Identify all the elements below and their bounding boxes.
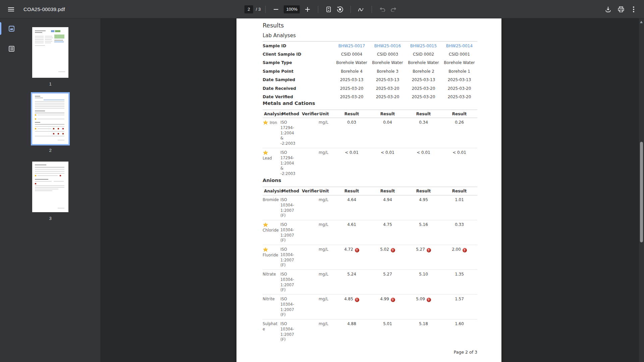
info-row: Date Verified 2025-03-20 2025-03-20 2025… [263, 93, 477, 101]
star-icon [263, 120, 268, 125]
info-cell: Borehole Water [406, 60, 441, 65]
undo-arrow-icon [379, 7, 385, 12]
result-cell: 2.00 [441, 247, 477, 269]
result-cell: 4.72 [334, 247, 370, 269]
info-cell: Borehole Water [370, 60, 406, 65]
warning-icon [427, 298, 431, 302]
thumbnail-label-1: 1 [49, 81, 51, 86]
download-tray-icon [605, 6, 611, 12]
rotate-button[interactable] [334, 4, 346, 15]
result-cell: 4.75 [370, 222, 406, 245]
download-button[interactable] [602, 4, 614, 15]
result-cell: 4.99 [370, 297, 406, 319]
info-cell: 2025-03-20 [334, 95, 370, 99]
result-cell: < 0.01 [370, 150, 406, 178]
col-verifier: Verifier [301, 189, 318, 193]
result-cell: 0.34 [406, 120, 441, 148]
toolbar-separator [372, 6, 372, 13]
result-cell: 1.60 [441, 321, 477, 344]
toolbar-separator [265, 6, 266, 13]
info-row-label: Client Sample ID [263, 52, 334, 57]
rotate-counterclockwise-icon [337, 6, 343, 13]
analysis-row: Fluoride ISO 10304-1:2007 (F) mg/L 4.72 … [263, 245, 477, 270]
result-cell: < 0.01 [441, 150, 477, 178]
redo-button[interactable] [388, 4, 399, 15]
info-row: Date Sampled 2025-03-13 2025-03-13 2025-… [263, 76, 477, 84]
more-options-button[interactable] [628, 4, 639, 15]
hamburger-menu-icon [8, 7, 14, 12]
info-cell: Borehole 4 [334, 69, 370, 74]
fit-to-page-icon [326, 6, 331, 12]
star-icon [263, 150, 268, 155]
result-cell: 4.64 [334, 197, 370, 220]
zoom-in-button[interactable] [302, 4, 313, 15]
result-cell: 1.01 [441, 197, 477, 220]
result-cell: 5.18 [406, 321, 441, 344]
sample-id-link[interactable]: BHW25-0015 [406, 44, 441, 48]
analysis-row: Iron ISO 17294-1:2004 & -2:2003 mg/L 0.0… [263, 118, 477, 148]
analysis-row: Bromide ISO 10304-1:2007 (F) mg/L 4.64 4… [263, 195, 477, 220]
page-count-label: / 3 [256, 7, 261, 12]
result-cell: 5.27 [406, 247, 441, 269]
col-result: Result [406, 112, 441, 116]
col-result: Result [441, 112, 477, 116]
pdf-page: Results Lab Analyses Sample ID BHW25-001… [236, 18, 501, 362]
unit-cell: mg/L [318, 247, 334, 269]
unit-cell: mg/L [318, 197, 334, 220]
verifier-cell [301, 297, 318, 319]
sample-id-link[interactable]: BHW25-0016 [370, 44, 406, 48]
sample-id-link[interactable]: BHW25-0017 [334, 44, 370, 48]
undo-button[interactable] [377, 4, 388, 15]
method-cell: ISO 10304-1:2007 (F) [280, 321, 301, 344]
analysis-row: Chloride ISO 10304-1:2007 (F) mg/L 4.61 … [263, 220, 477, 245]
page-number-input[interactable]: 2 [245, 5, 253, 13]
thumbnail-page-2[interactable] [32, 94, 68, 144]
scrollbar-track[interactable] [639, 18, 644, 362]
info-row: Date Received 2025-03-20 2025-03-20 2025… [263, 84, 477, 93]
annotate-button[interactable] [356, 4, 367, 15]
redo-arrow-icon [391, 7, 397, 12]
col-result: Result [334, 112, 370, 116]
result-cell: 5.10 [406, 272, 441, 294]
result-cell: 4.94 [370, 197, 406, 220]
plus-icon [305, 7, 310, 12]
star-icon [263, 222, 268, 227]
unit-cell: mg/L [318, 321, 334, 344]
info-cell: CSID 0001 [441, 52, 477, 57]
result-cell: 5.24 [334, 272, 370, 294]
analysis-name-cell: Lead [263, 150, 280, 178]
info-row-label: Sample Point [263, 69, 334, 74]
unit-cell: mg/L [318, 222, 334, 245]
scrollbar-thumb[interactable] [640, 142, 643, 242]
verifier-cell [301, 197, 318, 220]
info-row-label: Date Received [263, 86, 334, 91]
print-button[interactable] [615, 4, 627, 15]
analysis-row: Nitrate ISO 10304-1:2007 (F) mg/L 5.24 5… [263, 270, 477, 295]
result-cell: 4.88 [334, 321, 370, 344]
col-unit: Unit [318, 112, 334, 116]
menu-button[interactable] [5, 4, 17, 15]
info-cell: 2025-03-13 [370, 77, 406, 82]
pen-squiggle-icon [358, 7, 365, 12]
info-cell: 2025-03-20 [406, 86, 441, 91]
scroll-up-button[interactable] [640, 21, 643, 23]
analysis-name-cell: Sulphate [263, 321, 280, 344]
unit-cell: mg/L [318, 272, 334, 294]
info-row-label: Date Sampled [263, 77, 334, 82]
thumbnail-page-3[interactable] [32, 162, 68, 212]
vertical-dots-icon [633, 6, 634, 12]
info-cell: 2025-03-13 [441, 77, 477, 82]
sample-id-link[interactable]: BHW25-0014 [441, 44, 477, 48]
info-cell: 2025-03-20 [334, 86, 370, 91]
analysis-name-cell: Nitrite [263, 297, 280, 319]
result-cell: 5.01 [370, 321, 406, 344]
col-analysis: Analysis [263, 189, 280, 193]
zoom-out-button[interactable] [270, 4, 282, 15]
unit-cell: mg/L [318, 120, 334, 148]
fit-page-button[interactable] [323, 4, 334, 15]
info-row: Sample Point Borehole 4 Borehole 3 Boreh… [263, 67, 477, 75]
thumbnail-page-1[interactable] [32, 27, 68, 78]
result-cell: < 0.01 [334, 150, 370, 178]
zoom-level-display: 100% [284, 5, 300, 13]
warning-icon [355, 298, 359, 302]
